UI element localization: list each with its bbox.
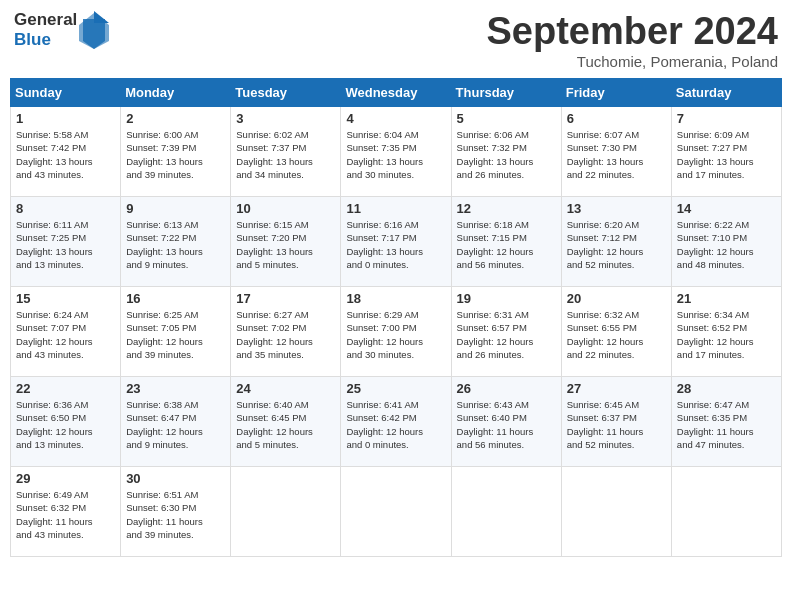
day-info: Sunrise: 5:58 AM Sunset: 7:42 PM Dayligh… [16, 128, 115, 181]
calendar-day-cell: 27Sunrise: 6:45 AM Sunset: 6:37 PM Dayli… [561, 377, 671, 467]
day-info: Sunrise: 6:36 AM Sunset: 6:50 PM Dayligh… [16, 398, 115, 451]
calendar-day-cell: 21Sunrise: 6:34 AM Sunset: 6:52 PM Dayli… [671, 287, 781, 377]
day-number: 18 [346, 291, 445, 306]
calendar-day-cell: 29Sunrise: 6:49 AM Sunset: 6:32 PM Dayli… [11, 467, 121, 557]
calendar-day-cell: 24Sunrise: 6:40 AM Sunset: 6:45 PM Dayli… [231, 377, 341, 467]
day-info: Sunrise: 6:43 AM Sunset: 6:40 PM Dayligh… [457, 398, 556, 451]
day-of-week-header: Sunday [11, 79, 121, 107]
day-number: 8 [16, 201, 115, 216]
title-section: September 2024 Tuchomie, Pomerania, Pola… [487, 10, 779, 70]
calendar-day-cell: 3Sunrise: 6:02 AM Sunset: 7:37 PM Daylig… [231, 107, 341, 197]
day-number: 30 [126, 471, 225, 486]
calendar-day-cell: 23Sunrise: 6:38 AM Sunset: 6:47 PM Dayli… [121, 377, 231, 467]
calendar-day-cell: 20Sunrise: 6:32 AM Sunset: 6:55 PM Dayli… [561, 287, 671, 377]
calendar-week-row: 29Sunrise: 6:49 AM Sunset: 6:32 PM Dayli… [11, 467, 782, 557]
day-number: 6 [567, 111, 666, 126]
day-info: Sunrise: 6:15 AM Sunset: 7:20 PM Dayligh… [236, 218, 335, 271]
calendar-week-row: 22Sunrise: 6:36 AM Sunset: 6:50 PM Dayli… [11, 377, 782, 467]
day-info: Sunrise: 6:18 AM Sunset: 7:15 PM Dayligh… [457, 218, 556, 271]
day-number: 14 [677, 201, 776, 216]
calendar-day-cell: 13Sunrise: 6:20 AM Sunset: 7:12 PM Dayli… [561, 197, 671, 287]
calendar-day-cell: 30Sunrise: 6:51 AM Sunset: 6:30 PM Dayli… [121, 467, 231, 557]
calendar-day-cell: 17Sunrise: 6:27 AM Sunset: 7:02 PM Dayli… [231, 287, 341, 377]
calendar-day-cell: 9Sunrise: 6:13 AM Sunset: 7:22 PM Daylig… [121, 197, 231, 287]
day-info: Sunrise: 6:25 AM Sunset: 7:05 PM Dayligh… [126, 308, 225, 361]
calendar-day-cell: 16Sunrise: 6:25 AM Sunset: 7:05 PM Dayli… [121, 287, 231, 377]
day-of-week-header: Monday [121, 79, 231, 107]
calendar-day-cell: 25Sunrise: 6:41 AM Sunset: 6:42 PM Dayli… [341, 377, 451, 467]
calendar-day-cell: 1Sunrise: 5:58 AM Sunset: 7:42 PM Daylig… [11, 107, 121, 197]
calendar-day-cell: 6Sunrise: 6:07 AM Sunset: 7:30 PM Daylig… [561, 107, 671, 197]
day-number: 2 [126, 111, 225, 126]
day-number: 27 [567, 381, 666, 396]
day-of-week-header: Friday [561, 79, 671, 107]
day-number: 26 [457, 381, 556, 396]
day-info: Sunrise: 6:40 AM Sunset: 6:45 PM Dayligh… [236, 398, 335, 451]
day-info: Sunrise: 6:31 AM Sunset: 6:57 PM Dayligh… [457, 308, 556, 361]
calendar-day-cell: 12Sunrise: 6:18 AM Sunset: 7:15 PM Dayli… [451, 197, 561, 287]
svg-marker-2 [94, 11, 109, 23]
day-info: Sunrise: 6:06 AM Sunset: 7:32 PM Dayligh… [457, 128, 556, 181]
calendar-week-row: 1Sunrise: 5:58 AM Sunset: 7:42 PM Daylig… [11, 107, 782, 197]
day-info: Sunrise: 6:04 AM Sunset: 7:35 PM Dayligh… [346, 128, 445, 181]
day-number: 19 [457, 291, 556, 306]
logo-text: General Blue [14, 10, 77, 51]
calendar-day-cell: 5Sunrise: 6:06 AM Sunset: 7:32 PM Daylig… [451, 107, 561, 197]
day-info: Sunrise: 6:27 AM Sunset: 7:02 PM Dayligh… [236, 308, 335, 361]
calendar-day-cell [671, 467, 781, 557]
calendar-day-cell: 11Sunrise: 6:16 AM Sunset: 7:17 PM Dayli… [341, 197, 451, 287]
calendar-day-cell [341, 467, 451, 557]
logo-icon [79, 11, 109, 49]
day-number: 20 [567, 291, 666, 306]
day-number: 21 [677, 291, 776, 306]
calendar-day-cell: 8Sunrise: 6:11 AM Sunset: 7:25 PM Daylig… [11, 197, 121, 287]
day-info: Sunrise: 6:16 AM Sunset: 7:17 PM Dayligh… [346, 218, 445, 271]
day-info: Sunrise: 6:51 AM Sunset: 6:30 PM Dayligh… [126, 488, 225, 541]
day-number: 11 [346, 201, 445, 216]
calendar-day-cell: 2Sunrise: 6:00 AM Sunset: 7:39 PM Daylig… [121, 107, 231, 197]
day-info: Sunrise: 6:38 AM Sunset: 6:47 PM Dayligh… [126, 398, 225, 451]
calendar-day-cell: 7Sunrise: 6:09 AM Sunset: 7:27 PM Daylig… [671, 107, 781, 197]
day-number: 29 [16, 471, 115, 486]
calendar-table: SundayMondayTuesdayWednesdayThursdayFrid… [10, 78, 782, 557]
day-info: Sunrise: 6:20 AM Sunset: 7:12 PM Dayligh… [567, 218, 666, 271]
day-number: 28 [677, 381, 776, 396]
day-number: 15 [16, 291, 115, 306]
day-number: 22 [16, 381, 115, 396]
calendar-day-cell: 15Sunrise: 6:24 AM Sunset: 7:07 PM Dayli… [11, 287, 121, 377]
calendar-day-cell [451, 467, 561, 557]
day-info: Sunrise: 6:13 AM Sunset: 7:22 PM Dayligh… [126, 218, 225, 271]
day-number: 10 [236, 201, 335, 216]
day-info: Sunrise: 6:32 AM Sunset: 6:55 PM Dayligh… [567, 308, 666, 361]
day-info: Sunrise: 6:00 AM Sunset: 7:39 PM Dayligh… [126, 128, 225, 181]
day-number: 3 [236, 111, 335, 126]
day-number: 25 [346, 381, 445, 396]
day-info: Sunrise: 6:29 AM Sunset: 7:00 PM Dayligh… [346, 308, 445, 361]
day-info: Sunrise: 6:02 AM Sunset: 7:37 PM Dayligh… [236, 128, 335, 181]
day-info: Sunrise: 6:41 AM Sunset: 6:42 PM Dayligh… [346, 398, 445, 451]
day-number: 5 [457, 111, 556, 126]
day-info: Sunrise: 6:24 AM Sunset: 7:07 PM Dayligh… [16, 308, 115, 361]
day-number: 4 [346, 111, 445, 126]
calendar-day-cell: 19Sunrise: 6:31 AM Sunset: 6:57 PM Dayli… [451, 287, 561, 377]
day-number: 16 [126, 291, 225, 306]
day-info: Sunrise: 6:22 AM Sunset: 7:10 PM Dayligh… [677, 218, 776, 271]
day-info: Sunrise: 6:34 AM Sunset: 6:52 PM Dayligh… [677, 308, 776, 361]
day-number: 7 [677, 111, 776, 126]
day-number: 23 [126, 381, 225, 396]
day-number: 24 [236, 381, 335, 396]
day-info: Sunrise: 6:11 AM Sunset: 7:25 PM Dayligh… [16, 218, 115, 271]
logo: General Blue [14, 10, 109, 51]
day-of-week-header: Wednesday [341, 79, 451, 107]
day-info: Sunrise: 6:49 AM Sunset: 6:32 PM Dayligh… [16, 488, 115, 541]
day-info: Sunrise: 6:47 AM Sunset: 6:35 PM Dayligh… [677, 398, 776, 451]
calendar-day-cell: 10Sunrise: 6:15 AM Sunset: 7:20 PM Dayli… [231, 197, 341, 287]
calendar-week-row: 8Sunrise: 6:11 AM Sunset: 7:25 PM Daylig… [11, 197, 782, 287]
calendar-day-cell: 14Sunrise: 6:22 AM Sunset: 7:10 PM Dayli… [671, 197, 781, 287]
day-of-week-header: Thursday [451, 79, 561, 107]
calendar-day-cell: 4Sunrise: 6:04 AM Sunset: 7:35 PM Daylig… [341, 107, 451, 197]
calendar-day-cell: 28Sunrise: 6:47 AM Sunset: 6:35 PM Dayli… [671, 377, 781, 467]
calendar-day-cell [231, 467, 341, 557]
calendar-header-row: SundayMondayTuesdayWednesdayThursdayFrid… [11, 79, 782, 107]
calendar-day-cell: 18Sunrise: 6:29 AM Sunset: 7:00 PM Dayli… [341, 287, 451, 377]
